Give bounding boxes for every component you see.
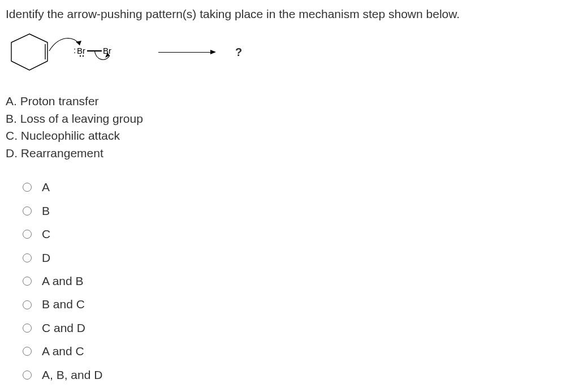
option-row: C [23,226,573,243]
option-a-b-and-d-label[interactable]: A, B, and D [42,367,102,384]
reactant-structure: : Br Br [7,28,142,79]
svg-point-4 [83,55,84,57]
option-b-and-c-radio[interactable] [23,300,32,309]
pattern-b: B. Loss of a leaving group [6,110,573,127]
question-text: Identify the arrow-pushing pattern(s) ta… [6,6,573,23]
option-row: A, B, and D [23,367,573,384]
br-left-label: : [74,45,76,55]
option-c-and-d-radio[interactable] [23,324,32,333]
br-left-text: Br [77,46,85,55]
option-row: D [23,249,573,266]
answer-options: A B C D A and B B and C C and D A and C … [6,179,573,384]
pattern-a: A. Proton transfer [6,93,573,110]
option-a-and-c-label[interactable]: A and C [42,343,84,360]
option-row: A and C [23,343,573,360]
pattern-c: C. Nucleophilic attack [6,127,573,144]
reaction-arrow-icon [158,52,215,53]
option-a-and-b-label[interactable]: A and B [42,273,84,290]
option-c-and-d-label[interactable]: C and D [42,320,85,337]
product-placeholder: ? [235,44,242,61]
option-row: A and B [23,273,573,290]
option-a-radio[interactable] [23,183,32,192]
option-c-label[interactable]: C [42,226,50,243]
option-c-radio[interactable] [23,230,32,239]
option-d-label[interactable]: D [42,249,50,266]
option-a-and-b-radio[interactable] [23,277,32,286]
svg-marker-0 [11,34,47,70]
option-b-and-c-label[interactable]: B and C [42,296,85,313]
option-d-radio[interactable] [23,253,32,262]
reaction-diagram: : Br Br ? [6,28,573,79]
option-row: B [23,203,573,219]
option-a-b-and-d-radio[interactable] [23,371,32,380]
option-b-label[interactable]: B [42,203,50,219]
svg-point-3 [80,55,81,57]
pattern-d: D. Rearrangement [6,145,573,162]
option-b-radio[interactable] [23,206,32,216]
option-a-and-c-radio[interactable] [23,347,32,356]
option-row: A [23,179,573,196]
option-a-label[interactable]: A [42,179,50,196]
option-row: C and D [23,320,573,337]
pattern-definitions: A. Proton transfer B. Loss of a leaving … [6,93,573,162]
option-row: B and C [23,296,573,313]
